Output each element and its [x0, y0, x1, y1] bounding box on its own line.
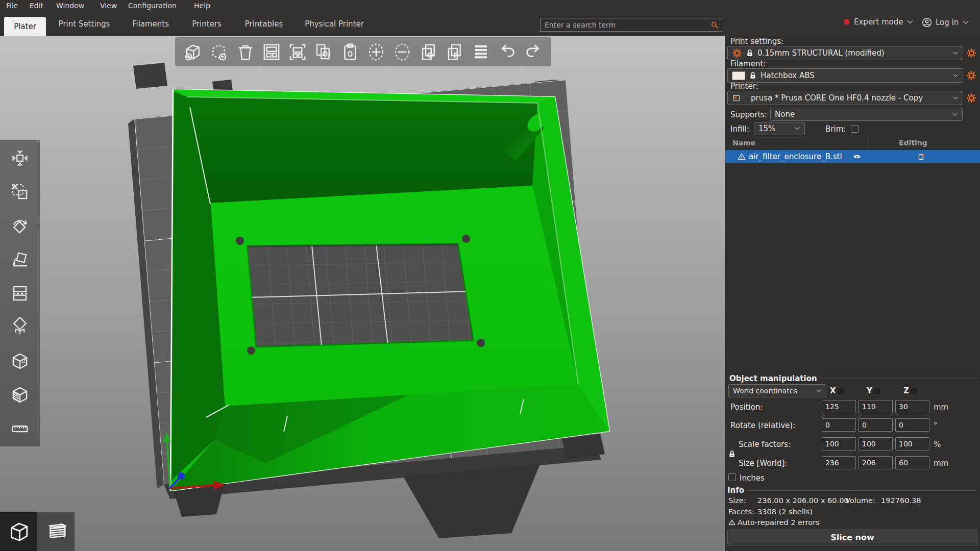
brim-checkbox[interactable]	[851, 125, 859, 133]
inches-checkbox[interactable]	[728, 473, 736, 481]
search-icon[interactable]	[710, 21, 719, 29]
multimaterial-painting-icon[interactable]	[8, 383, 32, 407]
person-icon	[922, 17, 932, 28]
rotate-y-input[interactable]	[859, 418, 893, 432]
print-settings-label: Print settings:	[730, 37, 783, 46]
uniform-scale-lock-icon[interactable]	[728, 450, 736, 458]
column-name: Name	[732, 139, 755, 147]
expert-mode-label: Expert mode	[854, 17, 903, 27]
place-on-face-icon[interactable]	[8, 248, 32, 271]
size-unit: mm	[934, 459, 948, 468]
menu-window[interactable]: Window	[56, 2, 84, 10]
expert-mode-selector[interactable]: Expert mode	[843, 17, 914, 27]
eye-icon[interactable]	[853, 153, 861, 161]
filament-value: Hatchbox ABS	[761, 71, 949, 80]
scale-y-input[interactable]	[859, 437, 893, 450]
add-instance-icon[interactable]	[365, 41, 387, 63]
slice-now-button[interactable]: Slice now	[727, 530, 977, 545]
redo-icon[interactable]	[523, 41, 544, 63]
position-y-input[interactable]	[859, 400, 893, 413]
scale-z-input[interactable]	[895, 437, 929, 450]
menu-configuration[interactable]: Configuration	[128, 2, 177, 10]
split-to-objects-icon[interactable]	[418, 41, 439, 63]
brim-label: Brim:	[825, 124, 846, 134]
variable-layer-height-icon[interactable]	[470, 41, 492, 63]
printer-icon	[732, 94, 741, 102]
tab-plater[interactable]: Plater	[4, 17, 46, 36]
filament-gear-button[interactable]	[965, 69, 977, 82]
edit-icon[interactable]	[917, 153, 925, 161]
copy-icon[interactable]	[313, 41, 334, 63]
infill-combo[interactable]: 15%	[754, 122, 805, 135]
tab-filaments[interactable]: Filaments	[132, 19, 169, 29]
size-x-input[interactable]	[822, 456, 856, 469]
tab-printers[interactable]: Printers	[192, 19, 222, 29]
filament-color-swatch	[732, 71, 745, 80]
supports-value: None	[775, 110, 948, 119]
object-list-row[interactable]: air_filter_enclosure_B.stl	[725, 150, 980, 163]
model-object[interactable]	[170, 89, 609, 491]
paste-icon[interactable]	[339, 41, 361, 63]
arrange-icon[interactable]	[261, 41, 282, 63]
size-y-input[interactable]	[859, 456, 893, 469]
delete-object-icon[interactable]	[208, 41, 230, 63]
cut-icon[interactable]	[8, 282, 32, 305]
view-3d-editor-icon[interactable]	[0, 512, 37, 551]
printer-value: prusa * Prusa CORE One HF0.4 nozzle - Co…	[745, 93, 949, 103]
paint-supports-icon[interactable]	[8, 315, 32, 339]
tab-printables[interactable]: Printables	[245, 19, 283, 29]
scale-unit: %	[934, 440, 941, 449]
menu-file[interactable]: File	[6, 2, 18, 10]
info-facets-value: 3308 (2 shells)	[757, 508, 813, 516]
view-preview-icon[interactable]	[37, 512, 75, 551]
position-z-input[interactable]	[895, 400, 929, 413]
scene-canvas	[0, 36, 725, 551]
axis-x-icon	[838, 389, 843, 394]
coordinates-combo[interactable]: World coordinates	[728, 384, 826, 397]
add-object-icon[interactable]	[182, 41, 204, 63]
warning-icon	[738, 153, 746, 161]
position-x-input[interactable]	[822, 400, 856, 413]
supports-combo[interactable]: None	[770, 108, 963, 121]
seam-painting-icon[interactable]	[8, 349, 32, 373]
info-volume-value: 192760.38	[881, 496, 921, 505]
arrange-selection-icon[interactable]	[287, 41, 308, 63]
coordinates-value: World coordinates	[733, 387, 812, 395]
chevron-down-icon	[952, 50, 959, 56]
rotate-label: Rotate (relative):	[730, 421, 795, 430]
rotate-x-input[interactable]	[822, 418, 856, 432]
object-list-header: Name Editing	[725, 138, 980, 150]
scale-icon[interactable]	[8, 180, 32, 204]
printer-gear-button[interactable]	[965, 92, 977, 104]
search-input[interactable]	[541, 21, 710, 29]
size-z-input[interactable]	[895, 456, 929, 469]
delete-all-icon[interactable]	[235, 41, 256, 63]
menu-edit[interactable]: Edit	[30, 2, 43, 10]
measure-icon[interactable]	[8, 417, 32, 440]
object-name: air_filter_enclosure_B.stl	[749, 152, 842, 161]
print-settings-gear-button[interactable]	[965, 47, 977, 59]
rotate-icon[interactable]	[8, 214, 32, 238]
tab-physical-printer[interactable]: Physical Printer	[305, 19, 364, 29]
move-icon[interactable]	[8, 146, 32, 170]
floor-cutout	[240, 237, 485, 355]
split-to-parts-icon[interactable]	[444, 41, 465, 63]
search-box[interactable]	[540, 18, 722, 32]
tab-print-settings[interactable]: Print Settings	[59, 19, 110, 29]
manipulation-title: Object manipulation	[729, 374, 817, 383]
filament-combo[interactable]: Hatchbox ABS	[727, 68, 963, 83]
undo-icon[interactable]	[497, 41, 518, 63]
rotate-z-input[interactable]	[895, 418, 929, 432]
scale-x-input[interactable]	[822, 437, 856, 450]
remove-instance-icon[interactable]	[391, 41, 413, 63]
printer-combo[interactable]: prusa * Prusa CORE One HF0.4 nozzle - Co…	[727, 91, 963, 105]
login-menu[interactable]: Log in	[922, 17, 969, 28]
axis-y-icon	[874, 389, 879, 394]
axis-z-header: Z	[903, 386, 916, 395]
menu-help[interactable]: Help	[194, 2, 210, 10]
menu-view[interactable]: View	[100, 2, 117, 10]
print-settings-combo[interactable]: 0.15mm STRUCTURAL (modified)	[727, 46, 963, 60]
info-facets-label: Facets:	[728, 508, 754, 516]
viewport-3d[interactable]	[0, 36, 725, 551]
info-warning: Auto-repaired 2 errors	[738, 518, 820, 527]
